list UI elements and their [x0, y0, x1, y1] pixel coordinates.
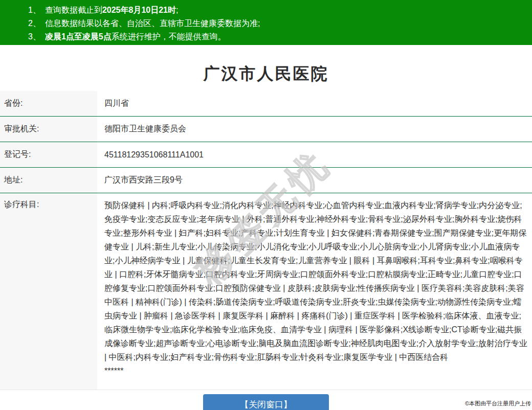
notice-banner: 1、查询数据截止到2025年8月10日21时; 2、信息数据结果以各省、自治区、…: [0, 0, 532, 45]
notice-item: 2、信息数据结果以各省、自治区、直辖市卫生健康委数据为准;: [28, 17, 527, 30]
info-label-registration-number: 登记号:: [0, 142, 97, 167]
hospital-info-table: 省份: 四川省 审批机关: 德阳市卫生健康委员会 登记号: 4511812935…: [0, 91, 532, 390]
table-row: 登记号: 45118129351068111A1001: [0, 142, 532, 167]
button-row: 【关闭窗口】: [0, 394, 532, 410]
notice-text-bold: 凌晨1点至凌晨5点: [45, 32, 112, 41]
notice-text: 系统进行维护，不能提供查询。: [112, 32, 226, 41]
notice-text: 查询数据截止到: [45, 6, 102, 14]
info-label-approval-authority: 审批机关:: [0, 117, 97, 142]
info-value-medical-subjects: 预防保健科 | 内科;呼吸内科专业;消化内科专业;神经内科专业;心血管内科专业;…: [97, 193, 532, 390]
notice-item: 1、查询数据截止到2025年8月10日21时;: [28, 4, 527, 17]
table-row: 地址: 广汉市西安路三段9号: [0, 167, 532, 193]
table-row: 诊疗科目: 预防保健科 | 内科;呼吸内科专业;消化内科专业;神经内科专业;心血…: [0, 193, 532, 390]
notice-number: 1、: [28, 4, 41, 17]
info-value-registration-number: 45118129351068111A1001: [97, 142, 532, 167]
table-row: 省份: 四川省: [0, 91, 532, 116]
medical-subjects-text: 预防保健科 | 内科;呼吸内科专业;消化内科专业;神经内科专业;心血管内科专业;…: [104, 201, 527, 361]
info-label-address: 地址:: [0, 168, 97, 193]
notice-text: ;: [176, 6, 178, 14]
notice-item: 3、凌晨1点至凌晨5点系统进行维护，不能提供查询。: [28, 30, 527, 43]
notice-text-bold: 2025年8月10日21时: [102, 6, 176, 14]
info-label-province: 省份:: [0, 91, 97, 116]
page-title: 广汉市人民医院: [0, 63, 532, 86]
info-value-address: 广汉市西安路三段9号: [97, 168, 532, 193]
notice-number: 3、: [28, 30, 41, 43]
info-value-approval-authority: 德阳市卫生健康委员会: [97, 117, 532, 142]
notice-number: 2、: [28, 17, 41, 30]
medical-subjects-redacted: ******: [104, 364, 529, 378]
notice-text: 信息数据结果以各省、自治区、直辖市卫生健康委数据为准;: [45, 19, 260, 28]
attribution-note: ©本图由平台注册用户上传: [465, 400, 531, 407]
info-value-province: 四川省: [97, 91, 532, 116]
close-window-button[interactable]: 【关闭窗口】: [203, 394, 329, 410]
table-row: 审批机关: 德阳市卫生健康委员会: [0, 116, 532, 142]
info-label-medical-subjects: 诊疗科目:: [0, 193, 97, 390]
